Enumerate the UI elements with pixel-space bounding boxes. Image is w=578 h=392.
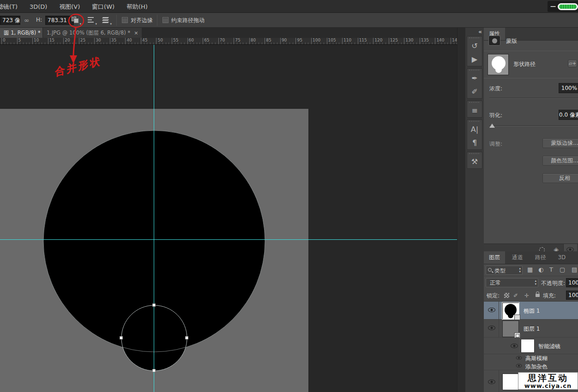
lock-pixels-icon[interactable]: ✐ bbox=[513, 292, 518, 299]
filter-pixel-layers-icon[interactable]: ▦ bbox=[527, 266, 533, 273]
tab-channels[interactable]: 通道 bbox=[507, 251, 528, 264]
history-panel-icon[interactable]: ↺ bbox=[467, 39, 482, 53]
ruler-label: 10 bbox=[32, 38, 39, 42]
opacity-value[interactable]: 100 bbox=[566, 278, 578, 287]
filter-add-noise-row[interactable]: 添加杂色 bbox=[484, 362, 578, 370]
lock-position-icon[interactable]: ✛ bbox=[524, 292, 529, 299]
mask-header-row: 蒙版 bbox=[484, 32, 578, 51]
shape-path-thumbnail[interactable] bbox=[488, 54, 509, 75]
anchor-point-top[interactable] bbox=[152, 303, 156, 307]
density-slider[interactable] bbox=[489, 98, 578, 99]
actions-panel-icon[interactable]: ▶ bbox=[467, 53, 482, 66]
path-operations-icon-front bbox=[74, 18, 78, 23]
width-field[interactable]: 723 像素 bbox=[0, 16, 20, 25]
feather-value[interactable]: 0.0 像素 bbox=[559, 110, 578, 120]
layer-row-layer1[interactable]: 图层 1 bbox=[484, 320, 578, 338]
visibility-eye-icon[interactable] bbox=[516, 356, 522, 360]
ruler-label: 85 bbox=[265, 38, 271, 42]
path-operations-button[interactable]: ▾ bbox=[70, 16, 81, 25]
path-alignment-button[interactable]: ▾ bbox=[86, 16, 97, 25]
density-value[interactable]: 100% bbox=[559, 83, 578, 93]
snap-edges-label: 对齐边缘 bbox=[131, 17, 153, 24]
smart-filter-mask-thumbnail[interactable] bbox=[521, 339, 535, 353]
tab-title: 圆 1, RGB/8) * bbox=[4, 30, 41, 36]
menu-help[interactable]: 帮助(H) bbox=[123, 0, 154, 14]
filter-shape-layers-icon[interactable]: ▢ bbox=[560, 266, 565, 273]
document-tab-inactive[interactable]: 1.JPG @ 100% (图层 6, RGB/8) *× bbox=[42, 28, 142, 38]
visibility-eye-icon[interactable] bbox=[488, 380, 495, 384]
small-ellipse-shape[interactable] bbox=[121, 305, 187, 371]
layer-name[interactable]: 图层 1 bbox=[524, 325, 540, 333]
adjust-block: 调整: 蒙版边缘... 颜色范围... 反相 bbox=[484, 134, 578, 203]
filter-name[interactable]: 高斯模糊 bbox=[525, 355, 548, 362]
filter-smart-object-icon[interactable]: ▤ bbox=[572, 266, 577, 273]
close-icon[interactable]: × bbox=[134, 30, 138, 36]
ruler-label: 110 bbox=[342, 38, 351, 42]
ruler-label: 120 bbox=[373, 38, 382, 42]
canvas-area[interactable] bbox=[0, 45, 457, 392]
filter-gaussian-blur-row[interactable]: 高斯模糊 bbox=[484, 354, 578, 362]
color-range-button[interactable]: 颜色范围... bbox=[542, 156, 578, 166]
character-panel-icon[interactable]: A| bbox=[467, 123, 482, 136]
adjust-label: 调整: bbox=[489, 140, 502, 148]
clone-source-panel-icon[interactable]: ≡ bbox=[467, 104, 482, 117]
lock-all-icon[interactable] bbox=[536, 294, 540, 297]
updown-arrows-icon: ▴▾ bbox=[519, 267, 521, 273]
minimize-icon[interactable]: — bbox=[550, 3, 556, 10]
link-dimensions-icon[interactable]: ∞ bbox=[24, 17, 30, 24]
feather-slider[interactable] bbox=[489, 125, 578, 126]
snap-edges-option: 对齐边缘 bbox=[122, 17, 153, 24]
scrollbar-track[interactable] bbox=[457, 28, 465, 392]
shape-path-row: 形状路径 ▱+ bbox=[484, 51, 578, 78]
menu-window[interactable]: 窗口(W) bbox=[88, 0, 121, 14]
feather-slider-thumb[interactable] bbox=[489, 124, 495, 128]
menu-view[interactable]: 视图(V) bbox=[55, 0, 86, 14]
tab-3d[interactable]: 3D bbox=[553, 252, 571, 263]
layer-row-ellipse1[interactable]: 椭圆 1 bbox=[484, 302, 578, 320]
layer-name[interactable]: 椭圆 1 bbox=[524, 307, 540, 315]
mask-edge-button[interactable]: 蒙版边缘... bbox=[542, 138, 578, 148]
vertical-guide[interactable] bbox=[154, 45, 154, 392]
tab-paths[interactable]: 路径 bbox=[530, 251, 551, 264]
fill-value[interactable]: 100 bbox=[566, 291, 578, 300]
filter-name[interactable]: 添加杂色 bbox=[525, 363, 548, 371]
tool-presets-panel-icon[interactable]: ⚒ bbox=[467, 155, 482, 168]
anchor-point-right[interactable] bbox=[185, 336, 188, 339]
ruler-label: 115 bbox=[358, 38, 367, 42]
layer-thumbnail-ellipse1[interactable] bbox=[502, 303, 519, 319]
path-arrangement-button[interactable]: ▾ bbox=[101, 16, 112, 25]
filter-type-layers-icon[interactable]: T bbox=[549, 266, 553, 273]
tab-layers[interactable]: 图层 bbox=[484, 251, 505, 264]
brush-presets-panel-icon[interactable]: ✐ bbox=[467, 85, 482, 98]
caret-down-icon: ▾ bbox=[95, 22, 97, 26]
visibility-eye-icon[interactable] bbox=[516, 364, 522, 368]
align-icon bbox=[88, 17, 94, 18]
visibility-eye-icon[interactable] bbox=[488, 308, 495, 312]
add-mask-icon[interactable]: ▱+ bbox=[568, 59, 577, 67]
menu-3d[interactable]: 3D(D) bbox=[26, 0, 54, 13]
menu-filter[interactable]: 滤镜(T) bbox=[0, 0, 24, 14]
height-field[interactable]: 783.31 bbox=[45, 16, 74, 25]
invert-button[interactable]: 反相 bbox=[542, 173, 578, 183]
paragraph-panel-icon[interactable]: ¶ bbox=[467, 136, 482, 149]
layer-thumbnail-layer1[interactable] bbox=[502, 321, 519, 337]
dock-group: ≡ bbox=[467, 101, 482, 118]
blend-mode-select[interactable]: 正常 ▴▾ bbox=[486, 278, 538, 287]
filter-adjustment-layers-icon[interactable]: ◐ bbox=[538, 266, 543, 273]
constrain-path-checkbox[interactable] bbox=[163, 17, 169, 23]
smart-filters-row[interactable]: 智能滤镜 bbox=[484, 338, 578, 354]
horizontal-guide[interactable] bbox=[0, 239, 457, 240]
anchor-point-left[interactable] bbox=[120, 336, 123, 339]
anchor-point-bottom[interactable] bbox=[152, 369, 156, 372]
filter-type-select[interactable]: 类型 ▴▾ bbox=[486, 266, 523, 275]
layer-thumbnail-white[interactable] bbox=[502, 374, 519, 390]
lock-transparency-icon[interactable] bbox=[504, 293, 509, 298]
visibility-eye-icon[interactable] bbox=[511, 344, 518, 348]
collapse-dock-icon[interactable]: « bbox=[478, 29, 482, 35]
brush-panel-icon[interactable]: ✒ bbox=[467, 71, 482, 85]
ruler-label: 15 bbox=[48, 38, 54, 42]
visibility-eye-icon[interactable] bbox=[488, 326, 495, 330]
separator bbox=[157, 15, 157, 26]
mask-label: 蒙版 bbox=[506, 37, 517, 45]
snap-edges-checkbox[interactable] bbox=[122, 17, 128, 23]
